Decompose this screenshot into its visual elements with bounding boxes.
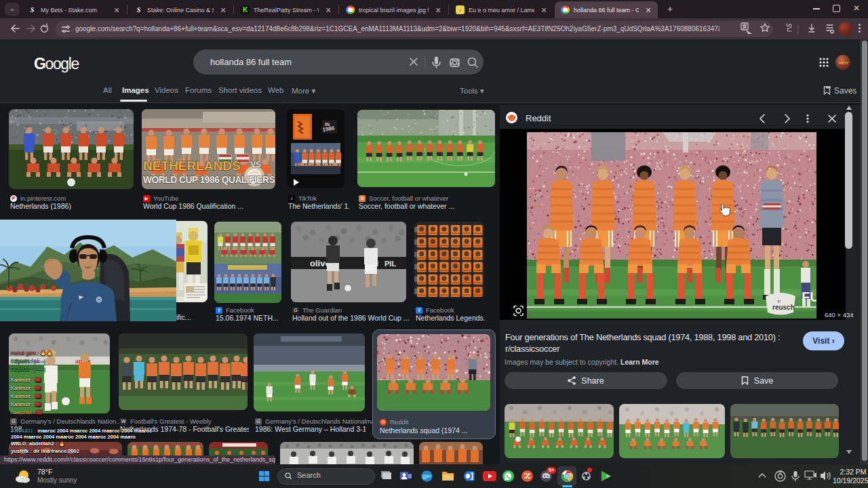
svg-text:PIL: PIL [384,260,396,268]
svg-text:WORLD CUP 1986 QUALIFIERS: WORLD CUP 1986 QUALIFIERS [143,175,275,185]
svg-text:NETHERLANDS: NETHERLANDS [143,159,241,173]
svg-text:VS: VS [250,160,261,169]
svg-text:P: P [778,300,781,304]
svg-text:reusch: reusch [772,304,795,311]
svg-text:FU: FU [802,289,816,304]
